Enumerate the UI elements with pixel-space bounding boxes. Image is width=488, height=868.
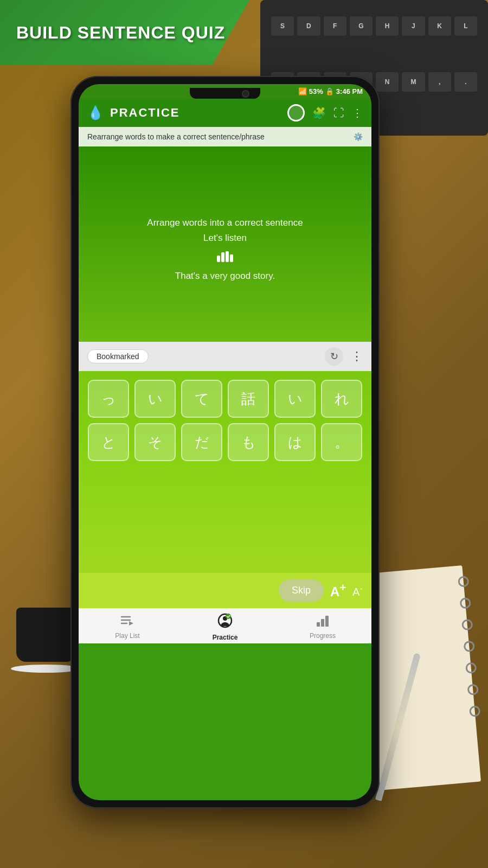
bottom-controls: Skip A+ A- xyxy=(79,573,371,608)
key: N xyxy=(376,72,399,92)
word-tile-te[interactable]: て xyxy=(181,380,222,418)
word-tile-da[interactable]: だ xyxy=(181,423,222,461)
practice-icon xyxy=(217,613,233,631)
refresh-button[interactable]: ↻ xyxy=(325,347,343,366)
ring xyxy=(465,662,477,674)
instruction-bar: Rearrange words to make a correct senten… xyxy=(79,127,371,146)
word-tile-re[interactable]: れ xyxy=(321,380,362,418)
key: D xyxy=(297,16,320,36)
playlist-label: Play List xyxy=(115,632,139,640)
phone-frame: 📶 53% 🔒 3:46 PM 💧 PRACTICE 🧩 ⛶ ⋮ Rearran… xyxy=(70,76,380,808)
tiles-row-1: っ い て 話 い れ xyxy=(87,380,363,418)
time-display: 3:46 PM xyxy=(336,87,363,95)
bottom-navigation: Play List Practice xyxy=(79,608,371,643)
svg-marker-7 xyxy=(129,621,133,626)
practice-label: Practice xyxy=(213,634,238,641)
status-icons: 📶 53% 🔒 3:46 PM xyxy=(298,87,363,95)
nav-item-practice[interactable]: Practice xyxy=(176,613,274,641)
progress-label: Progress xyxy=(310,632,336,640)
audio-bars-icon[interactable] xyxy=(217,249,233,265)
word-tile-ha[interactable]: は xyxy=(274,423,316,461)
skip-button[interactable]: Skip xyxy=(279,579,324,602)
key: L xyxy=(454,16,477,36)
main-content-area: Arrange words into a correct sentence Le… xyxy=(79,146,371,342)
key: . xyxy=(454,72,477,92)
key: M xyxy=(402,72,425,92)
more-options-icon[interactable]: ⋮ xyxy=(352,106,363,119)
word-tile-i1[interactable]: い xyxy=(134,380,176,418)
expand-icon[interactable]: ⛶ xyxy=(333,107,344,119)
svg-rect-12 xyxy=(321,619,324,627)
camera xyxy=(242,90,249,98)
lower-area xyxy=(79,475,371,573)
phone-screen: 📶 53% 🔒 3:46 PM 💧 PRACTICE 🧩 ⛶ ⋮ Rearran… xyxy=(79,84,371,800)
phone-notch xyxy=(190,88,260,99)
instruction-text: Rearrange words to make a correct senten… xyxy=(87,132,265,141)
svg-rect-11 xyxy=(317,622,320,627)
more-options-bookmark-icon[interactable]: ⋮ xyxy=(351,349,363,363)
word-tile-i2[interactable]: い xyxy=(274,380,316,418)
record-button[interactable] xyxy=(287,104,305,122)
bookmark-actions: ↻ ⋮ xyxy=(325,347,363,366)
nav-item-playlist[interactable]: Play List xyxy=(79,615,176,640)
ring xyxy=(463,641,475,653)
key: F xyxy=(324,16,346,36)
font-increase-button[interactable]: A+ xyxy=(330,582,346,599)
ring xyxy=(467,684,479,695)
refresh-icon: ↻ xyxy=(330,350,338,362)
svg-rect-2 xyxy=(226,251,229,262)
ring xyxy=(458,576,470,588)
ring xyxy=(469,705,481,717)
key: G xyxy=(350,16,373,36)
word-tile-mo[interactable]: も xyxy=(228,423,269,461)
key: H xyxy=(376,16,399,36)
key: K xyxy=(428,16,451,36)
tiles-row-2: と そ だ も は 。 xyxy=(87,423,363,461)
listen-label: Let's listen xyxy=(203,233,247,244)
app-header: 💧 PRACTICE 🧩 ⛶ ⋮ xyxy=(79,99,371,127)
word-tile-tsu[interactable]: っ xyxy=(88,380,129,418)
app-title: PRACTICE xyxy=(110,106,281,120)
bookmark-badge[interactable]: Bookmarked xyxy=(87,349,149,363)
svg-rect-1 xyxy=(221,252,224,262)
ring xyxy=(459,597,471,609)
word-tile-hanashi[interactable]: 話 xyxy=(228,380,269,418)
puzzle-icon[interactable]: 🧩 xyxy=(312,106,326,119)
svg-rect-13 xyxy=(325,616,329,627)
svg-point-10 xyxy=(226,614,231,619)
bookmark-bar: Bookmarked ↻ ⋮ xyxy=(79,342,371,371)
signal-icon: 📶 xyxy=(298,87,307,95)
translation-text: That's a very good story. xyxy=(175,271,275,282)
key: , xyxy=(428,72,451,92)
app-banner: BUILD SENTENCE QUIZ xyxy=(0,0,249,65)
word-tile-period[interactable]: 。 xyxy=(321,423,362,461)
lock-icon: 🔒 xyxy=(325,87,334,95)
nav-item-progress[interactable]: Progress xyxy=(274,615,371,640)
svg-rect-0 xyxy=(217,256,220,262)
settings-icon[interactable]: ⚙️ xyxy=(354,132,363,141)
header-actions: 🧩 ⛶ ⋮ xyxy=(287,104,363,122)
progress-icon xyxy=(316,615,330,630)
cup-body xyxy=(16,608,76,662)
word-tiles-area: っ い て 話 い れ と そ だ も は 。 xyxy=(79,371,371,475)
font-decrease-button[interactable]: A- xyxy=(352,583,363,598)
battery-percent: 53% xyxy=(309,87,323,95)
playlist-icon xyxy=(120,615,134,630)
banner-title: BUILD SENTENCE QUIZ xyxy=(16,23,225,43)
arrange-instruction: Arrange words into a correct sentence xyxy=(147,218,303,228)
app-logo-icon: 💧 xyxy=(87,105,104,120)
word-tile-to[interactable]: と xyxy=(88,423,129,461)
key: S xyxy=(271,16,294,36)
word-tile-so[interactable]: そ xyxy=(134,423,176,461)
key: J xyxy=(402,16,425,36)
ring xyxy=(461,619,473,631)
svg-rect-3 xyxy=(230,254,233,262)
